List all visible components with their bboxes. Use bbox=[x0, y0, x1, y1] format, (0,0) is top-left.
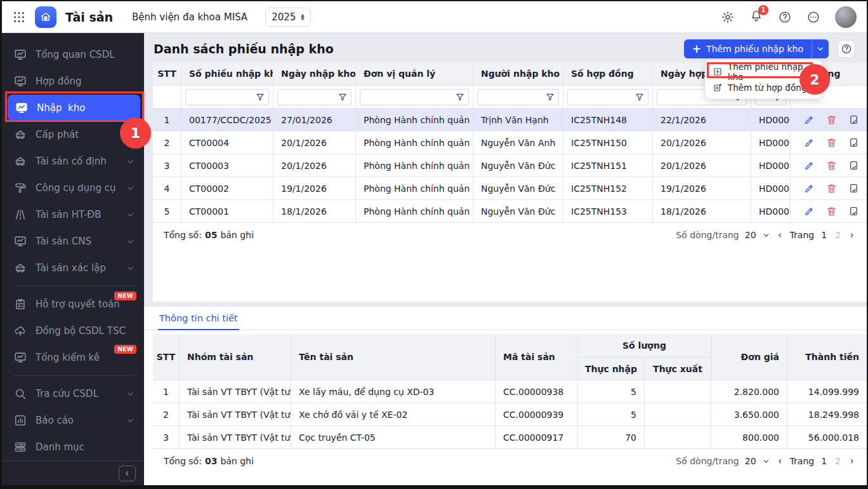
sidebar-item[interactable]: Tài sản cố định bbox=[2, 148, 144, 175]
year-value: 2025 bbox=[272, 11, 296, 23]
sidebar-footer bbox=[2, 460, 144, 485]
org-name[interactable]: Bệnh viện đa khoa MISA bbox=[132, 11, 247, 23]
delete-icon[interactable] bbox=[825, 114, 838, 126]
filter-input[interactable] bbox=[277, 89, 352, 105]
page-number-2[interactable]: 2 bbox=[834, 456, 842, 466]
sidebar-item[interactable]: Tra cứu CSDL bbox=[2, 380, 144, 407]
sidebar-item[interactable]: Tổng quan CSDL bbox=[2, 41, 144, 68]
chevron-down-icon bbox=[126, 264, 135, 273]
delete-icon[interactable] bbox=[825, 205, 838, 217]
app-logo[interactable] bbox=[35, 6, 56, 28]
cell-so-phieu[interactable]: CT00001 bbox=[181, 200, 273, 223]
filter-funnel-icon[interactable] bbox=[545, 92, 555, 102]
doc-plus-icon bbox=[713, 83, 723, 93]
document-check-icon[interactable] bbox=[848, 114, 860, 126]
col-ma-tai-san: Mã tài sản bbox=[496, 334, 578, 380]
cell-so-phieu[interactable]: CT00002 bbox=[181, 177, 273, 200]
tab-detail-info[interactable]: Thông tin chi tiết bbox=[158, 307, 239, 330]
column-header: Người nhập kho bbox=[473, 62, 563, 86]
page-number-1[interactable]: 1 bbox=[820, 456, 828, 466]
document-check-icon[interactable] bbox=[848, 137, 860, 149]
filter-cell bbox=[273, 86, 356, 109]
filter-funnel-icon[interactable] bbox=[338, 92, 348, 102]
cell-ngay-nhap: 20/1/2026 bbox=[273, 131, 356, 154]
filter-funnel-icon[interactable] bbox=[455, 92, 465, 102]
filter-cell bbox=[563, 86, 653, 109]
filter-input[interactable] bbox=[360, 89, 469, 105]
add-receipt-dropdown-toggle[interactable] bbox=[812, 39, 829, 58]
new-badge: NEW bbox=[114, 291, 136, 300]
cell-ten-tai-san: Xe lấy máu, để dụng cụ XD-03 bbox=[291, 380, 496, 403]
cell-thuc-xuat bbox=[645, 380, 711, 403]
sidebar-item[interactable]: Hỗ trợ quyết toánNEW bbox=[2, 291, 144, 318]
dropdown-item[interactable]: Thêm phiếu nhập kho bbox=[706, 64, 822, 79]
document-check-icon[interactable] bbox=[848, 159, 860, 171]
sidebar-collapse-button[interactable] bbox=[119, 466, 136, 481]
pagination-next-icon[interactable] bbox=[848, 231, 856, 239]
notifications-bell[interactable]: 1 bbox=[749, 9, 763, 25]
rows-per-page-value[interactable]: 20 bbox=[745, 456, 756, 466]
settings-gear-icon[interactable] bbox=[721, 10, 735, 24]
cell-so-phieu[interactable]: 00177/CCDC/2025 bbox=[181, 109, 273, 131]
sidebar-item[interactable]: Tổng kiểm kêNEW bbox=[2, 344, 144, 371]
year-selector[interactable]: 2025 ▲▼ bbox=[265, 8, 311, 27]
year-stepper-icon[interactable]: ▲▼ bbox=[301, 13, 304, 21]
cell-don-vi: Phòng Hành chính quản trị bbox=[356, 131, 473, 154]
filter-funnel-icon[interactable] bbox=[635, 92, 645, 102]
delete-icon[interactable] bbox=[825, 182, 838, 194]
chevron-down-icon[interactable] bbox=[762, 231, 770, 239]
document-check-icon[interactable] bbox=[848, 182, 860, 194]
monitor-chart-icon bbox=[15, 101, 29, 115]
cell-nguoi-nhap: Nguyễn Văn Đức bbox=[473, 200, 563, 223]
sidebar-item[interactable]: Danh mục bbox=[2, 434, 144, 460]
monitor-chart-icon bbox=[13, 48, 27, 62]
user-avatar[interactable] bbox=[835, 6, 857, 28]
delete-icon[interactable] bbox=[825, 137, 838, 149]
sidebar-item[interactable]: Hợp đồng bbox=[2, 68, 144, 95]
cell-nguoi-nhap: Trịnh Văn Hạnh bbox=[473, 109, 563, 131]
cell-thanh-tien: 14.099.999 bbox=[787, 380, 867, 403]
cell-thuc-nhap: 5 bbox=[578, 380, 645, 403]
sidebar-item[interactable]: Cấp phát bbox=[2, 121, 144, 148]
filter-input[interactable] bbox=[185, 89, 269, 105]
page-help-button[interactable] bbox=[838, 40, 855, 58]
sidebar-item[interactable]: Đồng bộ CSDL TSC bbox=[2, 318, 144, 344]
rows-per-page-value[interactable]: 20 bbox=[745, 230, 756, 240]
help-circle-icon[interactable] bbox=[778, 10, 792, 24]
sidebar-item[interactable]: Tài sản HT-ĐB bbox=[2, 201, 144, 228]
add-receipt-button[interactable]: + Thêm phiếu nhập kho bbox=[684, 39, 812, 58]
sidebar-item[interactable]: Nhập kho bbox=[8, 95, 140, 121]
sidebar-item-label: Tra cứu CSDL bbox=[36, 388, 126, 399]
pagination-next-icon[interactable] bbox=[848, 457, 856, 466]
sidebar-item[interactable]: Công cụ dụng cụ bbox=[2, 175, 144, 201]
edit-icon[interactable] bbox=[803, 159, 815, 171]
cell-so-hop-dong: IC25TNH152 bbox=[563, 177, 653, 200]
page-number-1[interactable]: 1 bbox=[820, 230, 828, 240]
document-check-icon[interactable] bbox=[848, 205, 860, 217]
delete-icon[interactable] bbox=[825, 159, 838, 171]
more-options-icon[interactable] bbox=[806, 10, 820, 24]
sidebar-item-label: Tài sản xác lập bbox=[36, 262, 126, 274]
dropdown-item[interactable]: Thêm từ hợp đồng bbox=[706, 79, 822, 95]
edit-icon[interactable] bbox=[803, 137, 815, 149]
pagination-prev-icon[interactable] bbox=[776, 231, 784, 239]
page-number-2[interactable]: 2 bbox=[834, 230, 842, 240]
cell-ngay-nhap: 18/1/2026 bbox=[273, 200, 356, 223]
filter-input[interactable] bbox=[567, 89, 648, 105]
cell-so-phieu[interactable]: CT00004 bbox=[181, 131, 273, 154]
cell-so-phieu[interactable]: CT00003 bbox=[181, 154, 273, 177]
sidebar-item[interactable]: Báo cáo bbox=[2, 407, 144, 434]
pagination-prev-icon[interactable] bbox=[776, 457, 784, 466]
cell-ngay-hop-dong: 22/1/2026 bbox=[653, 109, 751, 131]
filter-funnel-icon[interactable] bbox=[255, 92, 265, 102]
sidebar-item[interactable]: Tài sản xác lập bbox=[2, 255, 144, 281]
chevron-down-icon[interactable] bbox=[762, 457, 770, 466]
edit-icon[interactable] bbox=[803, 205, 815, 217]
filter-input[interactable] bbox=[477, 89, 559, 105]
app-grid-icon[interactable] bbox=[12, 10, 26, 24]
edit-icon[interactable] bbox=[803, 114, 815, 126]
sidebar-item[interactable]: Tài sản CNS bbox=[2, 228, 144, 255]
edit-icon[interactable] bbox=[803, 182, 815, 194]
cell-actions bbox=[791, 200, 867, 223]
asset-car-icon bbox=[13, 261, 27, 275]
